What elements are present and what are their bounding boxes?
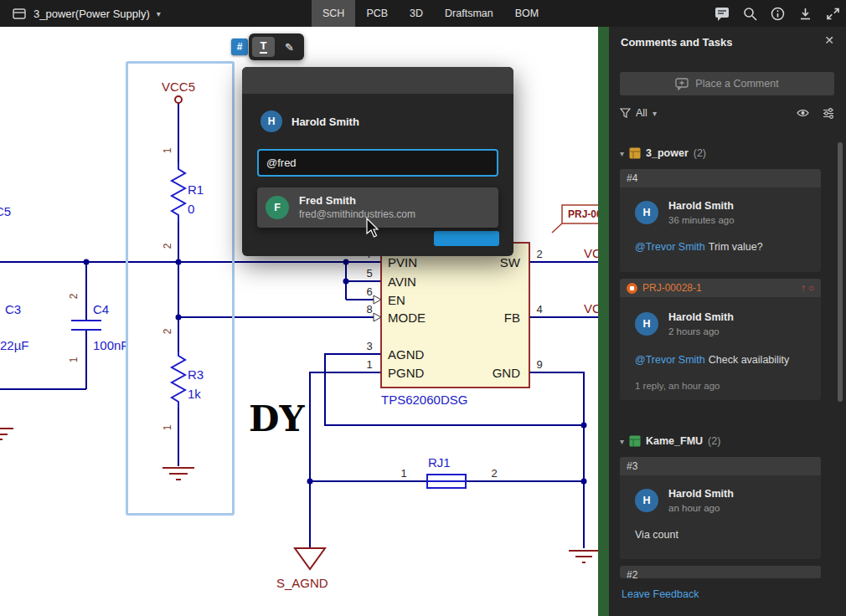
group-count: (2) xyxy=(694,147,706,159)
draw-tool-button[interactable]: ✎ xyxy=(278,37,301,57)
pin-number: 2 xyxy=(536,248,542,260)
comment-mini-toolbar: T ✎ xyxy=(249,33,304,60)
dialog-header[interactable] xyxy=(242,67,513,94)
reply-summary[interactable]: 1 reply, an hour ago xyxy=(635,381,720,391)
pin-number: 3 xyxy=(366,340,372,352)
comment-card-partial[interactable]: #2 xyxy=(620,566,821,578)
author-name: Harold Smith xyxy=(291,116,359,128)
project-title: 3_power(Power Supply) xyxy=(34,8,150,20)
comment-author: Harold Smith xyxy=(668,200,734,212)
filter-settings-icon[interactable] xyxy=(823,108,834,119)
comment-id: #2 xyxy=(627,569,637,578)
comment-time: 36 minutes ago xyxy=(668,215,735,225)
comment-time: 2 hours ago xyxy=(668,326,720,336)
chevron-down-icon: ▾ xyxy=(157,9,161,18)
pin-number: 2 xyxy=(68,293,80,299)
pin-number: 1 xyxy=(366,358,372,371)
mention-link[interactable]: @Trevor Smith xyxy=(635,241,705,253)
mention-link[interactable]: @Trevor Smith xyxy=(635,354,705,366)
avatar: H xyxy=(635,489,658,512)
capacitor-c3[interactable]: C3 22µF xyxy=(0,302,29,352)
designator: C3 xyxy=(5,302,21,316)
pin-number: 4 xyxy=(536,303,542,316)
info-icon[interactable] xyxy=(769,5,786,22)
chevron-down-icon: ▾ xyxy=(653,109,657,118)
filter-dropdown[interactable]: All ▾ xyxy=(620,107,657,119)
capacitor-c4[interactable]: C4 100nF 2 1 xyxy=(68,293,129,362)
ic-part-number: TPS62060DSG xyxy=(381,393,467,407)
group-count: (2) xyxy=(708,435,720,447)
top-toolbar: 3_power(Power Supply) ▾ SCH PCB 3D Draft… xyxy=(0,0,846,27)
comment-text: Via count xyxy=(635,529,678,541)
pcb-doc-icon xyxy=(629,435,641,447)
tab-bom[interactable]: BOM xyxy=(504,0,549,27)
tab-pcb[interactable]: PCB xyxy=(355,0,399,27)
avatar: H xyxy=(635,201,658,224)
task-card-header[interactable]: PRJ-00028-1 ↑ ○ xyxy=(620,279,821,297)
priority-up-icon: ↑ xyxy=(801,283,806,293)
comments-icon[interactable] xyxy=(714,5,730,22)
place-comment-button[interactable]: Place a Comment xyxy=(620,72,834,95)
net-label: S_AGND xyxy=(276,576,328,590)
text-tool-button[interactable]: T xyxy=(252,37,275,57)
view-tabs: SCH PCB 3D Draftsman BOM xyxy=(312,0,549,27)
project-selector[interactable]: 3_power(Power Supply) ▾ xyxy=(7,0,166,27)
comment-text-input[interactable] xyxy=(257,149,498,177)
close-icon[interactable]: ✕ xyxy=(824,33,834,47)
pin-label: AGND xyxy=(388,347,425,362)
pin-label: FB xyxy=(504,311,520,325)
pin-arrow-icon xyxy=(374,295,381,304)
pin-number: 2 xyxy=(491,467,497,480)
value: 100nF xyxy=(93,338,129,352)
tab-3d[interactable]: 3D xyxy=(399,0,434,27)
panel-title: Comments and Tasks xyxy=(621,36,732,49)
submit-comment-button[interactable] xyxy=(434,231,499,246)
pin-label: GND xyxy=(493,366,521,380)
comment-time: an hour ago xyxy=(668,503,720,513)
comment-anchor-badge[interactable]: # xyxy=(231,38,248,55)
ground-symbol-left[interactable] xyxy=(0,429,13,439)
jumper-rj1[interactable]: RJ1 1 2 xyxy=(400,455,497,488)
comment-card[interactable]: #4 H Harold Smith 36 minutes ago @Trevor… xyxy=(620,169,821,272)
sheet-border xyxy=(598,27,609,616)
fullscreen-icon[interactable] xyxy=(824,5,841,22)
comment-id: #4 xyxy=(627,172,637,184)
tab-draftsman[interactable]: Draftsman xyxy=(434,0,504,27)
search-icon[interactable] xyxy=(741,5,758,22)
comment-card-header[interactable]: #3 xyxy=(620,457,821,475)
pin-arrow-icon xyxy=(374,313,381,321)
comment-card-header[interactable]: #4 xyxy=(620,169,821,187)
comment-marker-tag[interactable]: PRJ-00 xyxy=(552,205,602,233)
comment-text: @Trevor SmithTrim value? xyxy=(635,241,763,253)
avatar: F xyxy=(266,196,289,219)
schematic-doc-icon xyxy=(629,147,641,159)
panel-scrollbar[interactable] xyxy=(838,142,843,402)
download-icon[interactable] xyxy=(797,5,813,22)
tab-sch[interactable]: SCH xyxy=(312,0,355,27)
eye-icon[interactable] xyxy=(797,108,809,118)
toolbar-icons xyxy=(714,0,841,27)
chevron-down-icon: ▾ xyxy=(620,437,624,446)
power-port-s-agnd[interactable]: S_AGND xyxy=(276,548,328,590)
task-card[interactable]: PRJ-00028-1 ↑ ○ H Harold Smith 2 hours a… xyxy=(620,279,821,400)
ic-tps62060[interactable]: 7 5 6 8 3 1 PVIN AVIN EN MODE AGND PGND … xyxy=(366,243,542,407)
selection-rectangle[interactable] xyxy=(126,61,235,516)
value: 22µF xyxy=(0,338,29,352)
ground-symbol-bottom-right[interactable] xyxy=(569,551,599,562)
pin-label: MODE xyxy=(388,311,426,325)
comment-card[interactable]: #3 H Harold Smith an hour ago Via count xyxy=(620,457,821,559)
suggestion-email: fred@smithindustries.com xyxy=(299,208,415,221)
comment-id: #3 xyxy=(627,460,637,472)
task-id: PRJ-00028-1 xyxy=(642,282,702,294)
pin-label: AVIN xyxy=(388,275,416,289)
chevron-down-icon: ▾ xyxy=(620,149,624,158)
avatar: H xyxy=(635,312,658,336)
mouse-cursor xyxy=(366,218,381,239)
group-kame-fmu[interactable]: ▾ Kame_FMU (2) xyxy=(620,435,834,447)
task-icon xyxy=(627,283,637,294)
group-3-power[interactable]: ▾ 3_power (2) xyxy=(620,147,834,159)
leave-feedback-link[interactable]: Leave Feedback xyxy=(622,588,699,600)
schematic-canvas[interactable]: VCC5 R1 0 1 2 R3 1k 2 1 C4 xyxy=(0,27,609,616)
app-root: 3_power(Power Supply) ▾ SCH PCB 3D Draft… xyxy=(0,0,846,616)
pin-number: 6 xyxy=(366,285,372,298)
